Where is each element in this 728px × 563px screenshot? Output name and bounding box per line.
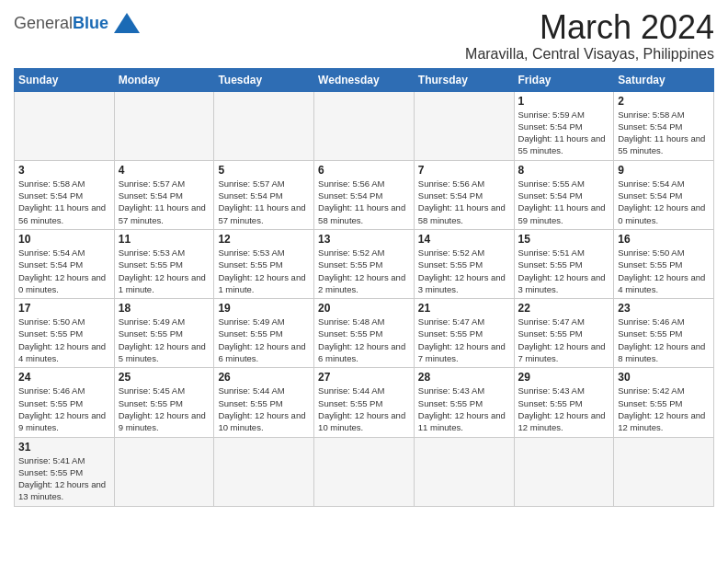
calendar-cell: 25Sunrise: 5:45 AMSunset: 5:55 PMDayligh… (114, 368, 214, 437)
day-info: Sunrise: 5:44 AMSunset: 5:55 PMDaylight:… (218, 385, 310, 433)
day-info: Sunrise: 5:46 AMSunset: 5:55 PMDaylight:… (618, 316, 710, 364)
day-number: 23 (618, 302, 710, 315)
calendar-week-row: 17Sunrise: 5:50 AMSunset: 5:55 PMDayligh… (15, 299, 714, 368)
day-number: 16 (618, 233, 710, 246)
calendar-cell: 7Sunrise: 5:56 AMSunset: 5:54 PMDaylight… (414, 160, 514, 229)
month-title: March 2024 (465, 9, 714, 46)
calendar-cell: 21Sunrise: 5:47 AMSunset: 5:55 PMDayligh… (414, 299, 514, 368)
calendar-cell: 1Sunrise: 5:59 AMSunset: 5:54 PMDaylight… (514, 91, 614, 160)
day-info: Sunrise: 5:56 AMSunset: 5:54 PMDaylight:… (418, 178, 510, 226)
title-section: March 2024 Maravilla, Central Visayas, P… (465, 9, 714, 63)
calendar-cell (514, 437, 614, 506)
logo-text: GeneralBlue (14, 15, 108, 31)
calendar-cell (114, 437, 214, 506)
day-info: Sunrise: 5:53 AMSunset: 5:55 PMDaylight:… (119, 247, 210, 295)
calendar-table: SundayMondayTuesdayWednesdayThursdayFrid… (14, 68, 714, 507)
calendar-cell: 8Sunrise: 5:55 AMSunset: 5:54 PMDaylight… (514, 160, 614, 229)
day-info: Sunrise: 5:56 AMSunset: 5:54 PMDaylight:… (318, 178, 410, 226)
calendar-cell: 2Sunrise: 5:58 AMSunset: 5:54 PMDaylight… (614, 91, 714, 160)
calendar-cell (314, 437, 415, 506)
day-number: 6 (318, 164, 410, 177)
calendar-cell: 15Sunrise: 5:51 AMSunset: 5:55 PMDayligh… (514, 229, 614, 298)
calendar-cell: 28Sunrise: 5:43 AMSunset: 5:55 PMDayligh… (414, 368, 514, 437)
logo-triangle-icon (114, 13, 140, 33)
calendar-week-row: 31Sunrise: 5:41 AMSunset: 5:55 PMDayligh… (15, 437, 714, 506)
calendar-cell: 4Sunrise: 5:57 AMSunset: 5:54 PMDaylight… (114, 160, 214, 229)
day-info: Sunrise: 5:54 AMSunset: 5:54 PMDaylight:… (618, 178, 710, 226)
day-number: 18 (119, 302, 210, 315)
calendar-cell: 10Sunrise: 5:54 AMSunset: 5:54 PMDayligh… (15, 229, 115, 298)
day-number: 5 (218, 164, 310, 177)
day-info: Sunrise: 5:55 AMSunset: 5:54 PMDaylight:… (518, 178, 610, 226)
day-info: Sunrise: 5:47 AMSunset: 5:55 PMDaylight:… (418, 316, 510, 364)
day-info: Sunrise: 5:43 AMSunset: 5:55 PMDaylight:… (518, 385, 610, 433)
day-info: Sunrise: 5:49 AMSunset: 5:55 PMDaylight:… (119, 316, 210, 364)
day-number: 17 (18, 302, 110, 315)
calendar-cell: 17Sunrise: 5:50 AMSunset: 5:55 PMDayligh… (15, 299, 115, 368)
day-number: 10 (18, 233, 110, 246)
calendar-cell (214, 437, 314, 506)
calendar-cell: 6Sunrise: 5:56 AMSunset: 5:54 PMDaylight… (314, 160, 415, 229)
calendar-cell: 20Sunrise: 5:48 AMSunset: 5:55 PMDayligh… (314, 299, 415, 368)
header-tuesday: Tuesday (214, 68, 314, 91)
calendar-week-row: 3Sunrise: 5:58 AMSunset: 5:54 PMDaylight… (15, 160, 714, 229)
day-number: 14 (418, 233, 510, 246)
calendar-cell: 9Sunrise: 5:54 AMSunset: 5:54 PMDaylight… (614, 160, 714, 229)
day-info: Sunrise: 5:58 AMSunset: 5:54 PMDaylight:… (18, 178, 110, 226)
day-number: 24 (18, 371, 110, 384)
calendar-cell: 19Sunrise: 5:49 AMSunset: 5:55 PMDayligh… (214, 299, 314, 368)
calendar-cell: 3Sunrise: 5:58 AMSunset: 5:54 PMDaylight… (15, 160, 115, 229)
day-info: Sunrise: 5:51 AMSunset: 5:55 PMDaylight:… (518, 247, 610, 295)
page-header: GeneralBlue March 2024 Maravilla, Centra… (14, 9, 714, 63)
day-number: 25 (119, 371, 210, 384)
day-info: Sunrise: 5:53 AMSunset: 5:55 PMDaylight:… (218, 247, 310, 295)
calendar-cell (15, 91, 115, 160)
day-info: Sunrise: 5:45 AMSunset: 5:55 PMDaylight:… (119, 385, 210, 433)
day-info: Sunrise: 5:52 AMSunset: 5:55 PMDaylight:… (418, 247, 510, 295)
day-info: Sunrise: 5:44 AMSunset: 5:55 PMDaylight:… (318, 385, 410, 433)
calendar-cell (214, 91, 314, 160)
calendar-cell: 26Sunrise: 5:44 AMSunset: 5:55 PMDayligh… (214, 368, 314, 437)
calendar-cell: 30Sunrise: 5:42 AMSunset: 5:55 PMDayligh… (614, 368, 714, 437)
calendar-cell (414, 91, 514, 160)
header-thursday: Thursday (414, 68, 514, 91)
calendar-cell (614, 437, 714, 506)
location-title: Maravilla, Central Visayas, Philippines (465, 46, 714, 63)
day-number: 8 (518, 164, 610, 177)
day-info: Sunrise: 5:50 AMSunset: 5:55 PMDaylight:… (618, 247, 710, 295)
day-number: 19 (218, 302, 310, 315)
day-number: 12 (218, 233, 310, 246)
day-info: Sunrise: 5:49 AMSunset: 5:55 PMDaylight:… (218, 316, 310, 364)
day-info: Sunrise: 5:57 AMSunset: 5:54 PMDaylight:… (119, 178, 210, 226)
day-number: 28 (418, 371, 510, 384)
header-friday: Friday (514, 68, 614, 91)
day-info: Sunrise: 5:58 AMSunset: 5:54 PMDaylight:… (618, 109, 710, 157)
day-number: 31 (18, 441, 110, 454)
calendar-cell: 31Sunrise: 5:41 AMSunset: 5:55 PMDayligh… (15, 437, 115, 506)
calendar-week-row: 10Sunrise: 5:54 AMSunset: 5:54 PMDayligh… (15, 229, 714, 298)
calendar-cell: 18Sunrise: 5:49 AMSunset: 5:55 PMDayligh… (114, 299, 214, 368)
header-wednesday: Wednesday (314, 68, 415, 91)
day-number: 27 (318, 371, 410, 384)
header-sunday: Sunday (15, 68, 115, 91)
day-info: Sunrise: 5:42 AMSunset: 5:55 PMDaylight:… (618, 385, 710, 433)
day-number: 29 (518, 371, 610, 384)
calendar-cell (114, 91, 214, 160)
logo: GeneralBlue (14, 13, 140, 33)
day-info: Sunrise: 5:46 AMSunset: 5:55 PMDaylight:… (18, 385, 110, 433)
calendar-cell: 5Sunrise: 5:57 AMSunset: 5:54 PMDaylight… (214, 160, 314, 229)
calendar-cell: 11Sunrise: 5:53 AMSunset: 5:55 PMDayligh… (114, 229, 214, 298)
calendar-cell: 16Sunrise: 5:50 AMSunset: 5:55 PMDayligh… (614, 229, 714, 298)
day-number: 9 (618, 164, 710, 177)
day-info: Sunrise: 5:54 AMSunset: 5:54 PMDaylight:… (18, 247, 110, 295)
day-info: Sunrise: 5:48 AMSunset: 5:55 PMDaylight:… (318, 316, 410, 364)
day-info: Sunrise: 5:59 AMSunset: 5:54 PMDaylight:… (518, 109, 610, 157)
calendar-week-row: 24Sunrise: 5:46 AMSunset: 5:55 PMDayligh… (15, 368, 714, 437)
day-info: Sunrise: 5:41 AMSunset: 5:55 PMDaylight:… (18, 454, 110, 503)
day-number: 21 (418, 302, 510, 315)
calendar-cell: 13Sunrise: 5:52 AMSunset: 5:55 PMDayligh… (314, 229, 415, 298)
day-number: 1 (518, 95, 610, 108)
calendar-cell: 23Sunrise: 5:46 AMSunset: 5:55 PMDayligh… (614, 299, 714, 368)
calendar-header-row: SundayMondayTuesdayWednesdayThursdayFrid… (15, 68, 714, 91)
day-info: Sunrise: 5:52 AMSunset: 5:55 PMDaylight:… (318, 247, 410, 295)
